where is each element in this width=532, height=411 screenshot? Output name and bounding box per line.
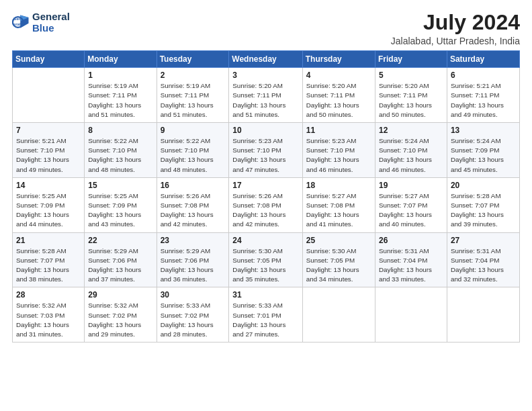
day-number: 7 [16,126,81,135]
day-number: 6 [451,71,516,80]
calendar-cell: 19Sunrise: 5:27 AM Sunset: 7:07 PM Dayli… [375,177,447,232]
day-number: 22 [88,236,152,245]
day-info: Sunrise: 5:21 AM Sunset: 7:10 PM Dayligh… [16,136,81,175]
day-info: Sunrise: 5:27 AM Sunset: 7:08 PM Dayligh… [306,191,371,230]
day-number: 3 [232,71,298,80]
calendar-header: SundayMondayTuesdayWednesdayThursdayFrid… [13,51,520,68]
calendar-cell: 10Sunrise: 5:23 AM Sunset: 7:10 PM Dayli… [229,123,302,178]
header: Gen eral General Blue July 2024 Jalalaba… [12,11,520,46]
calendar-cell [302,287,375,342]
logo: Gen eral General Blue [12,11,70,34]
calendar-body: 1Sunrise: 5:19 AM Sunset: 7:11 PM Daylig… [13,68,520,342]
day-number: 21 [16,236,81,245]
day-number: 24 [232,236,298,245]
day-info: Sunrise: 5:21 AM Sunset: 7:11 PM Dayligh… [451,81,516,120]
day-info: Sunrise: 5:26 AM Sunset: 7:08 PM Dayligh… [161,191,226,230]
day-header-monday: Monday [85,51,157,68]
calendar-cell [447,287,519,342]
day-info: Sunrise: 5:25 AM Sunset: 7:09 PM Dayligh… [88,191,152,230]
day-number: 5 [379,71,443,80]
day-number: 13 [451,126,516,135]
calendar-cell: 8Sunrise: 5:22 AM Sunset: 7:10 PM Daylig… [85,123,157,178]
calendar-cell: 27Sunrise: 5:31 AM Sunset: 7:04 PM Dayli… [447,232,519,287]
day-info: Sunrise: 5:19 AM Sunset: 7:11 PM Dayligh… [88,81,152,120]
week-row-4: 21Sunrise: 5:28 AM Sunset: 7:07 PM Dayli… [13,232,520,287]
day-number: 26 [379,236,443,245]
calendar-cell: 26Sunrise: 5:31 AM Sunset: 7:04 PM Dayli… [375,232,447,287]
day-info: Sunrise: 5:25 AM Sunset: 7:09 PM Dayligh… [16,191,81,230]
calendar-cell: 29Sunrise: 5:32 AM Sunset: 7:02 PM Dayli… [85,287,157,342]
day-number: 29 [88,290,152,300]
day-number: 20 [451,181,516,190]
calendar-cell: 5Sunrise: 5:20 AM Sunset: 7:11 PM Daylig… [375,68,447,123]
day-info: Sunrise: 5:33 AM Sunset: 7:01 PM Dayligh… [232,301,298,339]
day-info: Sunrise: 5:23 AM Sunset: 7:10 PM Dayligh… [306,136,371,175]
day-info: Sunrise: 5:32 AM Sunset: 7:02 PM Dayligh… [88,301,152,339]
day-info: Sunrise: 5:19 AM Sunset: 7:11 PM Dayligh… [161,81,226,120]
day-info: Sunrise: 5:23 AM Sunset: 7:10 PM Dayligh… [232,136,298,175]
day-number: 19 [379,181,443,190]
day-info: Sunrise: 5:29 AM Sunset: 7:06 PM Dayligh… [88,246,152,285]
calendar-cell: 22Sunrise: 5:29 AM Sunset: 7:06 PM Dayli… [85,232,157,287]
logo-icon: Gen eral [12,13,31,32]
calendar-cell: 13Sunrise: 5:24 AM Sunset: 7:09 PM Dayli… [447,123,519,178]
day-header-tuesday: Tuesday [157,51,229,68]
day-number: 4 [306,71,371,80]
day-number: 2 [161,71,226,80]
calendar-cell: 24Sunrise: 5:30 AM Sunset: 7:05 PM Dayli… [229,232,302,287]
header-row: SundayMondayTuesdayWednesdayThursdayFrid… [13,51,520,68]
day-info: Sunrise: 5:32 AM Sunset: 7:03 PM Dayligh… [16,301,81,339]
calendar-cell: 23Sunrise: 5:29 AM Sunset: 7:06 PM Dayli… [157,232,229,287]
title-block: July 2024 Jalalabad, Uttar Pradesh, Indi… [391,11,520,46]
day-number: 9 [161,126,226,135]
day-info: Sunrise: 5:30 AM Sunset: 7:05 PM Dayligh… [232,246,298,285]
day-number: 15 [88,181,152,190]
calendar-cell: 25Sunrise: 5:30 AM Sunset: 7:05 PM Dayli… [302,232,375,287]
svg-text:Gen: Gen [13,16,21,21]
day-info: Sunrise: 5:31 AM Sunset: 7:04 PM Dayligh… [451,246,516,285]
calendar-cell: 31Sunrise: 5:33 AM Sunset: 7:01 PM Dayli… [229,287,302,342]
week-row-1: 1Sunrise: 5:19 AM Sunset: 7:11 PM Daylig… [13,68,520,123]
page: Gen eral General Blue July 2024 Jalalaba… [0,0,532,411]
calendar-cell: 1Sunrise: 5:19 AM Sunset: 7:11 PM Daylig… [85,68,157,123]
calendar-cell [375,287,447,342]
day-info: Sunrise: 5:20 AM Sunset: 7:11 PM Dayligh… [232,81,298,120]
day-number: 23 [161,236,226,245]
day-info: Sunrise: 5:28 AM Sunset: 7:07 PM Dayligh… [16,246,81,285]
calendar-cell: 6Sunrise: 5:21 AM Sunset: 7:11 PM Daylig… [447,68,519,123]
day-info: Sunrise: 5:26 AM Sunset: 7:08 PM Dayligh… [232,191,298,230]
calendar-cell: 20Sunrise: 5:28 AM Sunset: 7:07 PM Dayli… [447,177,519,232]
location: Jalalabad, Uttar Pradesh, India [391,36,520,46]
day-header-wednesday: Wednesday [229,51,302,68]
day-number: 25 [306,236,371,245]
day-info: Sunrise: 5:29 AM Sunset: 7:06 PM Dayligh… [161,246,226,285]
day-info: Sunrise: 5:20 AM Sunset: 7:11 PM Dayligh… [306,81,371,120]
day-number: 11 [306,126,371,135]
calendar-cell: 12Sunrise: 5:24 AM Sunset: 7:10 PM Dayli… [375,123,447,178]
day-header-friday: Friday [375,51,447,68]
day-info: Sunrise: 5:31 AM Sunset: 7:04 PM Dayligh… [379,246,443,285]
calendar-cell: 2Sunrise: 5:19 AM Sunset: 7:11 PM Daylig… [157,68,229,123]
svg-text:eral: eral [13,22,21,27]
calendar-table: SundayMondayTuesdayWednesdayThursdayFrid… [12,50,520,342]
day-info: Sunrise: 5:22 AM Sunset: 7:10 PM Dayligh… [88,136,152,175]
calendar-cell: 11Sunrise: 5:23 AM Sunset: 7:10 PM Dayli… [302,123,375,178]
calendar-cell [13,68,85,123]
calendar-cell: 3Sunrise: 5:20 AM Sunset: 7:11 PM Daylig… [229,68,302,123]
calendar-cell: 18Sunrise: 5:27 AM Sunset: 7:08 PM Dayli… [302,177,375,232]
calendar-cell: 16Sunrise: 5:26 AM Sunset: 7:08 PM Dayli… [157,177,229,232]
day-header-sunday: Sunday [13,51,85,68]
day-number: 12 [379,126,443,135]
day-header-thursday: Thursday [302,51,375,68]
day-info: Sunrise: 5:22 AM Sunset: 7:10 PM Dayligh… [161,136,226,175]
day-number: 30 [161,290,226,300]
day-number: 17 [232,181,298,190]
day-info: Sunrise: 5:24 AM Sunset: 7:10 PM Dayligh… [379,136,443,175]
calendar-cell: 30Sunrise: 5:33 AM Sunset: 7:02 PM Dayli… [157,287,229,342]
week-row-2: 7Sunrise: 5:21 AM Sunset: 7:10 PM Daylig… [13,123,520,178]
logo-text: General Blue [32,11,70,34]
day-number: 14 [16,181,81,190]
day-info: Sunrise: 5:20 AM Sunset: 7:11 PM Dayligh… [379,81,443,120]
day-number: 27 [451,236,516,245]
calendar-cell: 4Sunrise: 5:20 AM Sunset: 7:11 PM Daylig… [302,68,375,123]
